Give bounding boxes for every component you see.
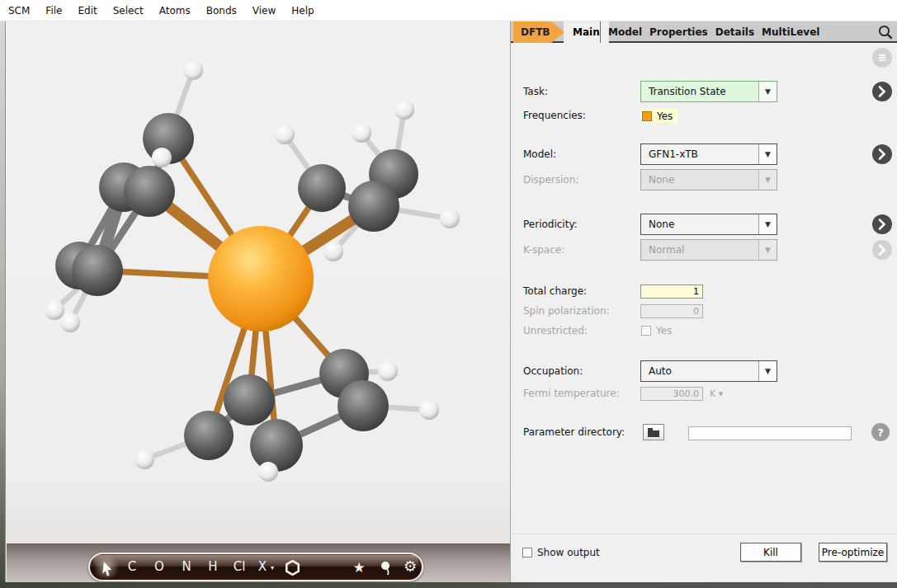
frequencies-yes-label: Yes (657, 111, 673, 122)
atom-H[interactable] (323, 242, 343, 261)
molecule-viewer[interactable]: C O N H Cl X ▾ ★ ⚙ (0, 21, 510, 588)
atom-H[interactable] (60, 313, 80, 332)
pointer-tool-icon[interactable] (101, 561, 114, 577)
menu-atoms[interactable]: Atoms (159, 5, 191, 16)
folder-browse-button[interactable] (643, 424, 664, 440)
unrestricted-row: Unrestricted: Yes (511, 325, 897, 336)
menu-help[interactable]: Help (291, 5, 314, 16)
menu-edit[interactable]: Edit (78, 5, 97, 16)
atom-H[interactable] (275, 125, 295, 144)
tab-group: Model Properties Details MultiLevel (600, 21, 819, 43)
periodicity-label: Periodicity: (523, 214, 578, 235)
task-details-arrow-button[interactable] (872, 82, 892, 101)
kspace-details-arrow-button (872, 240, 892, 260)
unrestricted-checkbox (641, 326, 651, 336)
menu-file[interactable]: File (45, 5, 62, 16)
builder-toolbar: C O N H Cl X ▾ ★ ⚙ (88, 553, 423, 581)
kspace-dropdown-arrow: ▼ (758, 240, 777, 260)
menu-view[interactable]: View (253, 5, 276, 16)
unrestricted-label: Unrestricted: (523, 325, 588, 336)
model-dropdown-arrow[interactable]: ▼ (758, 144, 777, 164)
dispersion-dropdown: None ▼ (640, 169, 777, 191)
periodicity-dropdown[interactable]: None ▼ (640, 214, 777, 235)
folder-icon (647, 427, 660, 437)
search-icon[interactable] (877, 24, 895, 41)
atom-C[interactable] (338, 380, 389, 431)
model-details-arrow-button[interactable] (872, 144, 892, 164)
model-label: Model: (523, 143, 556, 165)
kill-button[interactable]: Kill (740, 543, 801, 562)
occupation-dropdown[interactable]: Auto ▼ (640, 360, 777, 382)
element-o-button[interactable]: O (154, 554, 164, 580)
dftb-settings-panel: DFTB Main Model Properties Details Multi… (510, 21, 897, 588)
benzene-ring-icon[interactable] (284, 559, 301, 576)
task-value: Transition State (641, 86, 758, 97)
occupation-row: Occupation: Auto ▼ (511, 360, 897, 382)
atom-H[interactable] (419, 400, 439, 420)
fermi-temperature-label: Fermi temperature: (523, 387, 620, 401)
atom-C[interactable] (72, 245, 123, 296)
periodicity-dropdown-arrow[interactable]: ▼ (758, 214, 777, 234)
star-icon[interactable]: ★ (352, 559, 365, 576)
kspace-row: K-space: Normal ▼ (511, 239, 897, 261)
atom-C[interactable] (124, 166, 175, 217)
element-cl-button[interactable]: Cl (234, 554, 246, 580)
atom-H[interactable] (183, 60, 203, 80)
atom-H[interactable] (152, 148, 172, 167)
tab-model[interactable]: Model (608, 26, 642, 38)
help-button[interactable]: ? (871, 423, 890, 441)
task-label: Task: (523, 81, 548, 102)
fermi-temperature-input (640, 387, 703, 401)
parameter-directory-row: Parameter directory: (511, 424, 897, 440)
atom-C[interactable] (250, 419, 303, 472)
menu-scm[interactable]: SCM (8, 5, 30, 16)
atom-C[interactable] (348, 181, 399, 232)
atom-H[interactable] (378, 361, 398, 381)
element-x-button[interactable]: X (258, 554, 267, 580)
task-dropdown-arrow[interactable]: ▼ (758, 82, 777, 101)
molecule-3d-view[interactable] (0, 21, 510, 588)
periodicity-value: None (641, 219, 758, 230)
element-dropdown-arrow-icon[interactable]: ▾ (271, 564, 274, 572)
dispersion-dropdown-arrow: ▼ (758, 170, 777, 190)
periodicity-row: Periodicity: None ▼ (511, 214, 897, 235)
tab-details[interactable]: Details (715, 26, 754, 38)
menu-select[interactable]: Select (113, 5, 144, 16)
parameter-directory-input[interactable] (688, 426, 852, 440)
atom-H[interactable] (135, 449, 154, 469)
atom-H[interactable] (45, 300, 64, 320)
model-dropdown[interactable]: GFN1-xTB ▼ (640, 143, 777, 165)
model-value: GFN1-xTB (641, 148, 758, 160)
task-dropdown[interactable]: Transition State ▼ (640, 81, 777, 102)
window-bottom-edge (0, 582, 897, 588)
frequencies-checkbox[interactable] (642, 111, 652, 121)
atom-H[interactable] (352, 123, 371, 143)
tab-multilevel[interactable]: MultiLevel (762, 26, 819, 38)
atom-C[interactable] (224, 374, 275, 426)
fermi-temperature-row: Fermi temperature: K ▾ (511, 387, 897, 401)
atom-C[interactable] (184, 411, 234, 460)
balloon-icon[interactable] (378, 560, 394, 577)
atom-H[interactable] (394, 100, 414, 120)
tab-properties[interactable]: Properties (649, 26, 708, 38)
total-charge-input[interactable] (640, 285, 703, 299)
atom-M[interactable] (208, 226, 314, 332)
element-c-button[interactable]: C (128, 554, 136, 580)
code-selector-dftb[interactable]: DFTB (513, 21, 564, 43)
dispersion-label: Dispersion: (523, 169, 578, 191)
occupation-value: Auto (641, 365, 758, 377)
show-output-checkbox[interactable] (522, 548, 532, 557)
periodicity-details-arrow-button[interactable] (872, 214, 892, 234)
element-n-button[interactable]: N (182, 554, 191, 580)
preoptimize-button[interactable]: Pre-optimize (819, 543, 887, 562)
atom-C[interactable] (298, 164, 346, 212)
atom-H[interactable] (440, 209, 460, 228)
total-charge-label: Total charge: (523, 285, 587, 299)
menu-bonds[interactable]: Bonds (206, 5, 237, 16)
gear-icon[interactable]: ⚙ (404, 557, 417, 575)
atom-H[interactable] (258, 462, 278, 482)
unrestricted-yes-label: Yes (656, 325, 672, 336)
spin-polarization-row: Spin polarization: (511, 304, 897, 318)
element-h-button[interactable]: H (208, 554, 217, 580)
occupation-dropdown-arrow[interactable]: ▼ (758, 361, 777, 381)
